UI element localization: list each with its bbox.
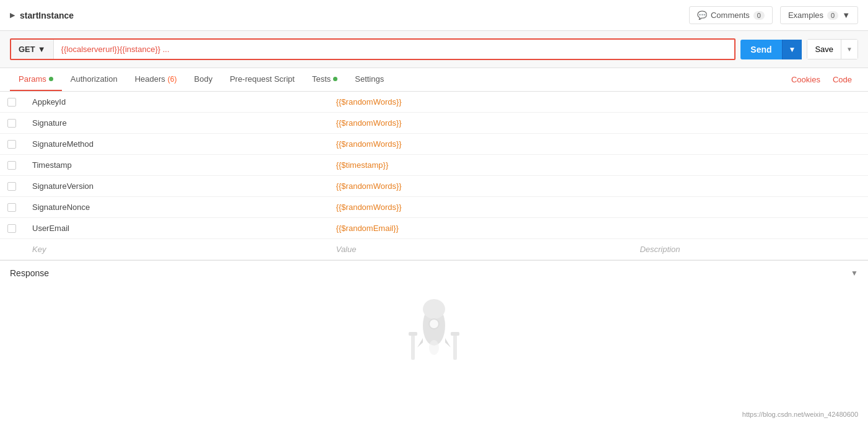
params-section: AppkeyId {{$randomWords}} Signature {{$r… [0, 92, 868, 260]
row-checkbox-cell [0, 197, 25, 218]
save-group: Save ▼ [807, 39, 858, 59]
row-description [632, 92, 868, 113]
code-link[interactable]: Code [827, 69, 858, 90]
comments-icon: 💬 [697, 11, 707, 20]
svg-point-5 [429, 340, 439, 355]
row-checkbox-cell [0, 113, 25, 134]
method-chevron-icon: ▼ [38, 45, 46, 54]
send-dropdown-button[interactable]: ▼ [782, 40, 802, 59]
row-checkbox[interactable] [7, 140, 16, 149]
svg-point-2 [429, 319, 439, 329]
row-description [632, 218, 868, 239]
svg-rect-9 [451, 332, 459, 336]
row-value[interactable]: {{$randomWords}} [329, 113, 633, 134]
svg-rect-7 [409, 332, 417, 336]
tests-dot-icon [333, 77, 337, 81]
send-button[interactable]: Send [740, 40, 781, 59]
row-checkbox-cell [0, 92, 25, 113]
row-checkbox[interactable] [7, 182, 16, 191]
tab-authorization[interactable]: Authorization [62, 68, 126, 91]
tab-body-label: Body [194, 74, 213, 84]
send-group: Send ▼ [740, 40, 802, 59]
method-select[interactable]: GET ▼ [11, 40, 54, 59]
rocket-illustration [0, 286, 868, 378]
save-button[interactable]: Save [807, 40, 841, 59]
comments-badge: 0 [753, 11, 765, 20]
row-value[interactable]: {{$randomWords}} [329, 197, 633, 218]
tabs-right-links: Cookies Code [785, 69, 858, 90]
examples-button[interactable]: Examples 0 ▼ [780, 6, 858, 24]
row-checkbox-cell [0, 155, 25, 176]
params-new-row: Key Value Description [0, 239, 868, 260]
svg-point-1 [423, 299, 445, 319]
row-checkbox-cell [0, 176, 25, 197]
tab-params[interactable]: Params [10, 68, 62, 91]
examples-chevron-icon: ▼ [842, 11, 850, 20]
response-section[interactable]: Response ▼ [0, 260, 868, 286]
row-key[interactable]: UserEmail [25, 218, 329, 239]
row-checkbox[interactable] [7, 161, 16, 170]
table-row: SignatureMethod {{$randomWords}} [0, 134, 868, 155]
response-label: Response [10, 268, 49, 278]
tab-tests-label: Tests [312, 74, 331, 84]
request-tabs: Params Authorization Headers (6) Body Pr… [0, 68, 868, 92]
new-row-value-cell: Value [329, 239, 633, 260]
row-checkbox[interactable] [7, 203, 16, 212]
tab-prerequest[interactable]: Pre-request Script [221, 68, 303, 91]
tab-body[interactable]: Body [186, 68, 222, 91]
row-key[interactable]: Signature [25, 113, 329, 134]
row-checkbox[interactable] [7, 119, 16, 128]
url-input-group: GET ▼ [10, 38, 736, 60]
tab-prerequest-label: Pre-request Script [230, 74, 295, 84]
svg-marker-4 [445, 338, 451, 347]
table-row: SignatureVersion {{$randomWords}} [0, 176, 868, 197]
svg-rect-6 [411, 335, 415, 360]
method-label: GET [19, 45, 35, 54]
row-key[interactable]: Timestamp [25, 155, 329, 176]
tab-headers-label: Headers [135, 74, 165, 84]
svg-rect-8 [453, 335, 457, 360]
comments-label: Comments [711, 11, 750, 20]
new-row-checkbox-cell [0, 239, 25, 260]
row-key[interactable]: SignatureNonce [25, 197, 329, 218]
row-key[interactable]: SignatureMethod [25, 134, 329, 155]
row-key[interactable]: SignatureVersion [25, 176, 329, 197]
new-row-description-cell: Description [632, 239, 868, 260]
url-input[interactable] [54, 40, 735, 59]
row-description [632, 176, 868, 197]
row-checkbox[interactable] [7, 224, 16, 233]
headers-badge: (6) [168, 75, 177, 84]
rocket-icon [406, 298, 462, 366]
table-row: Signature {{$randomWords}} [0, 113, 868, 134]
row-description [632, 197, 868, 218]
top-bar-right: 💬 Comments 0 Examples 0 ▼ [689, 6, 858, 24]
expand-arrow-icon[interactable]: ▶ [10, 11, 15, 19]
tab-authorization-label: Authorization [71, 74, 118, 84]
row-checkbox-cell [0, 218, 25, 239]
tab-settings[interactable]: Settings [346, 68, 393, 91]
row-value[interactable]: {{$randomWords}} [329, 176, 633, 197]
row-checkbox[interactable] [7, 98, 16, 107]
request-title: startInstance [20, 11, 74, 20]
row-value[interactable]: {{$timestamp}} [329, 155, 633, 176]
params-table: AppkeyId {{$randomWords}} Signature {{$r… [0, 92, 868, 260]
svg-marker-3 [417, 338, 423, 347]
row-value[interactable]: {{$randomWords}} [329, 92, 633, 113]
url-bar: GET ▼ Send ▼ Save ▼ [0, 31, 868, 68]
table-row: AppkeyId {{$randomWords}} [0, 92, 868, 113]
comments-button[interactable]: 💬 Comments 0 [689, 6, 773, 24]
save-dropdown-button[interactable]: ▼ [841, 40, 857, 59]
cookies-link[interactable]: Cookies [785, 69, 827, 90]
row-description [632, 134, 868, 155]
examples-label: Examples [788, 11, 823, 20]
examples-badge: 0 [827, 11, 838, 20]
tab-tests[interactable]: Tests [303, 68, 346, 91]
row-key[interactable]: AppkeyId [25, 92, 329, 113]
tab-headers[interactable]: Headers (6) [126, 68, 186, 91]
row-value[interactable]: {{$randomWords}} [329, 134, 633, 155]
table-row: UserEmail {{$randomEmail}} [0, 218, 868, 239]
table-row: SignatureNonce {{$randomWords}} [0, 197, 868, 218]
table-row: Timestamp {{$timestamp}} [0, 155, 868, 176]
response-chevron-icon: ▼ [851, 269, 858, 277]
row-value[interactable]: {{$randomEmail}} [329, 218, 633, 239]
